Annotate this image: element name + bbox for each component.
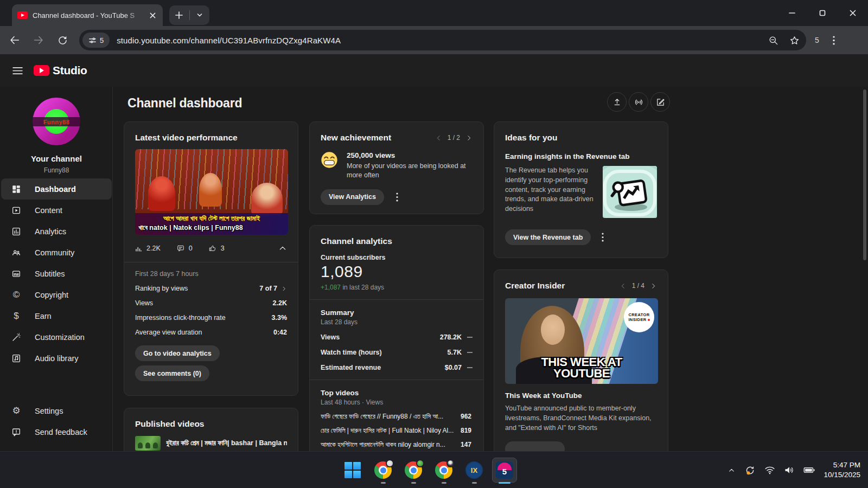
subtitles-icon — [11, 268, 22, 279]
pager-prev-icon[interactable] — [435, 134, 442, 142]
ix-app[interactable]: IX — [462, 455, 486, 485]
sidebar-item-analytics[interactable]: Analytics — [0, 221, 113, 242]
go-live-button[interactable] — [629, 92, 648, 112]
achievement-menu-icon[interactable] — [396, 192, 398, 202]
reload-button[interactable] — [53, 31, 72, 49]
maximize-button[interactable] — [807, 0, 838, 26]
update-sync-icon[interactable] — [744, 465, 756, 476]
watch-on-youtube-button[interactable] — [505, 441, 565, 451]
sidebar-item-settings[interactable]: ⚙ Settings — [0, 400, 113, 421]
tray-chevron-up-icon[interactable] — [727, 466, 736, 474]
hamburger-menu-icon[interactable] — [7, 60, 28, 81]
active-indicator — [499, 482, 510, 484]
back-button[interactable] — [5, 31, 24, 49]
chrome-icon — [374, 461, 392, 479]
site-info-chip[interactable]: 5 — [82, 33, 110, 48]
sidebar-item-audio-library[interactable]: Audio library — [0, 348, 113, 369]
pager-prev-icon[interactable] — [620, 282, 627, 290]
zoom-icon[interactable] — [768, 35, 778, 46]
views-row: Views 2.2K — [135, 299, 287, 307]
wifi-icon[interactable] — [764, 465, 775, 475]
bookmark-star-icon[interactable] — [789, 35, 800, 46]
creator-insider-card: Creator Insider 1 / 4 CREATOR INSIDER — [494, 269, 668, 451]
profile-avatar-badge — [446, 459, 455, 467]
top-video-views: 819 — [461, 427, 471, 434]
chrome-profile-1[interactable] — [371, 455, 395, 485]
sidebar-item-dashboard[interactable]: Dashboard — [1, 178, 112, 200]
url-text[interactable]: studio.youtube.com/channel/UC391ABvrfnzD… — [117, 36, 341, 45]
see-comments-button[interactable]: See comments (0) — [135, 365, 209, 381]
pager-next-icon[interactable] — [465, 134, 473, 142]
go-to-video-analytics-button[interactable]: Go to video analytics — [135, 345, 220, 361]
sidebar-item-community[interactable]: Community — [0, 242, 113, 263]
view-revenue-tab-button[interactable]: View the Revenue tab — [505, 229, 591, 245]
sidebar-item-copyright[interactable]: © Copyright — [0, 284, 113, 305]
channel-analytics-card: Channel analytics Current subscribers 1,… — [309, 225, 484, 451]
card-divider — [310, 380, 483, 380]
row-label: Average view duration — [135, 329, 202, 336]
audio-library-icon — [11, 353, 22, 364]
active-app[interactable]: 5 — [493, 455, 516, 485]
thumbnail-caption: আগে আমরা খাব যদি টেস্ট লাগে তারপর জামাই … — [135, 213, 288, 235]
tab-search-chevron[interactable] — [190, 5, 210, 25]
sidebar-item-content[interactable]: Content — [0, 200, 113, 221]
start-button[interactable] — [341, 455, 365, 485]
ideas-menu-icon[interactable] — [602, 233, 604, 242]
browser-menu-icon[interactable] — [827, 36, 841, 45]
thumbnail-overlay-text: THIS WEEK AT YOUTUBE — [505, 356, 658, 380]
sidebar-item-subtitles[interactable]: Subtitles — [0, 263, 113, 284]
page-scrollbar[interactable] — [863, 89, 866, 260]
close-button[interactable] — [838, 0, 868, 26]
sidebar-item-send-feedback[interactable]: Send feedback — [0, 421, 113, 442]
thumbnail-figure — [251, 183, 283, 215]
published-video-thumbnail — [135, 436, 161, 451]
taskbar-clock[interactable]: 5:47 PM 10/15/2025 — [824, 460, 860, 480]
sidebar-item-customization[interactable]: Customization — [0, 326, 113, 348]
performance-period: First 28 days 7 hours — [135, 270, 287, 278]
summary-title: Summary — [321, 309, 473, 317]
battery-icon[interactable] — [803, 466, 815, 474]
grinning-emoji — [321, 151, 338, 181]
windows-taskbar: IX 5 — [0, 451, 868, 488]
collapse-chevron-icon[interactable] — [278, 244, 287, 253]
active-app-frame: 5 — [492, 458, 517, 483]
browser-tab[interactable]: Channel dashboard - YouTube S — [12, 4, 163, 26]
sidebar-item-label: Dashboard — [35, 185, 76, 194]
new-tab-button[interactable] — [169, 5, 189, 25]
pager-next-icon[interactable] — [650, 282, 657, 290]
delta-period: in last 28 days — [341, 284, 384, 291]
ranking-row[interactable]: Ranking by views 7 of 7 — [135, 285, 287, 292]
row-value: 278.2K — [440, 333, 462, 341]
top-video-views: 147 — [461, 441, 471, 448]
card-title: Ideas for you — [505, 133, 657, 143]
channel-avatar[interactable]: Funny88 — [33, 98, 80, 145]
omnibox-right-icons — [768, 35, 800, 46]
sidebar-item-label: Community — [35, 248, 74, 257]
forward-button[interactable] — [29, 31, 48, 49]
ix-app-icon: IX — [465, 461, 483, 479]
comments-stat: 0 — [177, 245, 193, 252]
top-video-row[interactable]: আমাকে হসপিটালে পারমানেন্টলি থাকব niloy a… — [321, 441, 473, 448]
chrome-profile-3[interactable] — [432, 455, 456, 485]
dashboard-actions — [607, 92, 670, 112]
insider-video-thumbnail[interactable]: CREATOR INSIDER THIS WEEK AT YOUTUBE — [505, 298, 658, 384]
view-analytics-button[interactable]: View Analytics — [321, 189, 384, 205]
tab-close-button[interactable] — [148, 10, 157, 20]
ideas-for-you-card: Ideas for you Earning insights in the Re… — [494, 121, 668, 258]
latest-video-thumbnail[interactable]: আগে আমরা খাব যদি টেস্ট লাগে তারপর জামাই … — [135, 149, 288, 235]
top-video-row[interactable]: চোর ফেমিলি | দারুন হাসির নাটক | Full Nat… — [321, 427, 473, 434]
sidebar-item-label: Settings — [35, 407, 63, 415]
top-video-row[interactable]: ফাডি গেছেরে ফাডি গেছেরে // Funny88 / এত … — [321, 413, 473, 420]
volume-icon[interactable] — [784, 465, 795, 475]
published-video-row[interactable]: বুইরার কচি প্রেম | মজার ফানি| bashar | B… — [135, 436, 287, 451]
browser-toolbar: 5 studio.youtube.com/channel/UC391ABvrfn… — [0, 26, 868, 54]
summary-row: Estimated revenue $0.07 — [321, 364, 473, 371]
sidebar-item-earn[interactable]: $ Earn — [0, 305, 113, 326]
upload-videos-button[interactable] — [607, 92, 627, 112]
studio-logo[interactable]: Studio — [34, 64, 87, 77]
address-bar[interactable]: 5 studio.youtube.com/channel/UC391ABvrfn… — [79, 30, 806, 50]
edit-button[interactable] — [650, 92, 670, 112]
minimize-button[interactable] — [777, 0, 807, 26]
chrome-profile-2[interactable] — [401, 455, 425, 485]
profile-badge[interactable]: 5 — [815, 36, 819, 44]
